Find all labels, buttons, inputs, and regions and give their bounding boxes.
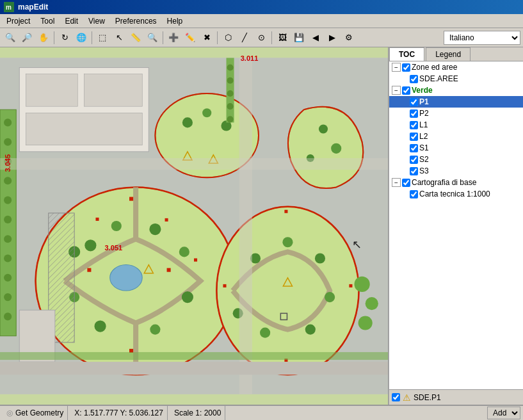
tab-legend[interactable]: Legend — [426, 47, 471, 61]
menu-help[interactable]: Help — [162, 15, 188, 27]
checkbox-carta[interactable] — [410, 190, 418, 198]
add-button[interactable]: ➕ — [166, 30, 181, 45]
tree-row-s1[interactable]: S1 — [389, 142, 523, 154]
tree-row-cartografia[interactable]: − Cartografia di base — [389, 177, 523, 188]
save-button[interactable]: 💾 — [291, 30, 307, 45]
language-select[interactable]: Italiano English Deutsch Français — [444, 31, 520, 45]
tree-row-l1[interactable]: L1 — [389, 119, 523, 131]
image-button[interactable]: 🖼 — [275, 30, 290, 45]
refresh-button[interactable]: ↻ — [57, 30, 72, 45]
map-canvas[interactable]: ↖ 3.011 3.045 3.051 — [0, 47, 389, 405]
pan-button[interactable]: ✋ — [36, 30, 51, 45]
menu-bar: Project Tool Edit View Preferences Help — [0, 14, 523, 28]
checkbox-verde[interactable] — [402, 86, 410, 95]
svg-point-19 — [4, 118, 12, 126]
line-button[interactable]: ╱ — [237, 30, 252, 45]
title-bar: m mapEdit — [0, 0, 523, 14]
toolbar-separator-1 — [54, 31, 54, 44]
menu-preferences[interactable]: Preferences — [110, 15, 162, 27]
tree-row-p1[interactable]: P1 — [389, 96, 523, 108]
checkbox-l1[interactable] — [410, 121, 418, 129]
checkbox-s2[interactable] — [410, 156, 418, 164]
delete-button[interactable]: ✖ — [199, 30, 214, 45]
expander-verde[interactable]: − — [392, 86, 401, 95]
tree-row-s2[interactable]: S2 — [389, 154, 523, 165]
pointer-button[interactable]: ↖ — [111, 30, 127, 45]
menu-project[interactable]: Project — [1, 15, 35, 27]
right-panel-status: ⚠ SDE.P1 — [389, 389, 523, 405]
tree-row-s3[interactable]: S3 — [389, 165, 523, 177]
tree-row-p2[interactable]: P2 — [389, 108, 523, 119]
warning-icon: ⚠ — [403, 392, 411, 403]
checkbox-s1[interactable] — [410, 144, 418, 152]
status-scale: Scale 1: 2000 — [170, 406, 225, 420]
svg-point-23 — [4, 197, 12, 204]
menu-edit[interactable]: Edit — [60, 15, 83, 27]
checkbox-p2[interactable] — [410, 109, 418, 118]
toolbar-separator-4 — [217, 31, 218, 44]
search-button[interactable]: 🔍 — [145, 30, 160, 45]
toc-tree[interactable]: − Zone ed aree SDE.AREE − Verde — [389, 61, 523, 389]
polygon-button[interactable]: ⬡ — [220, 30, 236, 45]
svg-rect-6 — [84, 74, 142, 106]
expander-zone[interactable]: − — [392, 63, 401, 72]
checkbox-cartografia[interactable] — [402, 179, 410, 187]
tree-row-zone[interactable]: − Zone ed aree — [389, 61, 523, 73]
svg-point-77 — [366, 297, 378, 310]
checkbox-l2[interactable] — [410, 133, 418, 141]
scale-text: Scale 1: 2000 — [174, 408, 221, 417]
checkbox-p1[interactable] — [410, 98, 418, 106]
tab-toc[interactable]: TOC — [389, 47, 424, 61]
svg-point-15 — [319, 124, 328, 133]
settings-button[interactable]: ⚙ — [341, 30, 357, 45]
svg-rect-47 — [95, 218, 99, 221]
status-geometry: ◎ Get Geometry — [3, 406, 68, 420]
tree-row-verde[interactable]: − Verde — [389, 85, 523, 96]
label-sde-aree: SDE.AREE — [419, 74, 458, 83]
label-p2: P2 — [419, 109, 429, 118]
measure-button[interactable]: 📏 — [128, 30, 143, 45]
zoom-out-button[interactable]: 🔎 — [19, 30, 35, 45]
geometry-label: Get Geometry — [15, 408, 63, 417]
svg-rect-45 — [129, 197, 133, 201]
globe-button[interactable]: 🌐 — [74, 30, 89, 45]
next-button[interactable]: ▶ — [325, 30, 340, 45]
svg-point-76 — [354, 277, 369, 292]
svg-rect-63 — [223, 284, 226, 287]
add-dropdown[interactable]: Add — [487, 407, 520, 419]
svg-point-29 — [4, 312, 12, 320]
app-title: mapEdit — [18, 3, 48, 12]
zoom-in-button[interactable]: 🔍 — [3, 30, 18, 45]
svg-rect-75 — [0, 362, 388, 375]
svg-point-34 — [149, 223, 161, 235]
checkbox-s3[interactable] — [410, 167, 418, 175]
tree-row-carta[interactable]: Carta tecnica 1:1000 — [389, 188, 523, 200]
label-l2: L2 — [419, 132, 428, 141]
status-checkbox[interactable] — [392, 393, 400, 401]
svg-rect-48 — [165, 218, 168, 222]
label-carta: Carta tecnica 1:1000 — [419, 190, 490, 198]
svg-point-33 — [111, 221, 122, 231]
point-button[interactable]: ⊙ — [253, 30, 269, 45]
app-icon: m — [4, 2, 14, 12]
select-button[interactable]: ⬚ — [95, 30, 110, 45]
expander-cartografia[interactable]: − — [392, 178, 401, 187]
tree-row-l2[interactable]: L2 — [389, 131, 523, 142]
edit2-button[interactable]: ✏️ — [182, 30, 198, 45]
menu-view[interactable]: View — [83, 15, 110, 27]
status-coordinates: X: 1.517.777 Y: 5.036.127 — [70, 406, 168, 420]
svg-point-28 — [4, 293, 12, 301]
svg-rect-65 — [284, 210, 287, 213]
checkbox-zone[interactable] — [402, 63, 410, 72]
svg-point-20 — [4, 138, 12, 146]
tree-row-sde-aree[interactable]: SDE.AREE — [389, 73, 523, 85]
checkbox-sde-aree[interactable] — [410, 75, 418, 83]
toolbar: 🔍 🔎 ✋ ↻ 🌐 ⬚ ↖ 📏 🔍 ➕ ✏️ ✖ ⬡ ╱ ⊙ 🖼 💾 ◀ ▶ ⚙… — [0, 28, 523, 47]
menu-tool[interactable]: Tool — [35, 15, 60, 27]
prev-button[interactable]: ◀ — [308, 30, 323, 45]
svg-point-41 — [110, 265, 143, 291]
status-layer-label: SDE.P1 — [414, 393, 441, 402]
svg-point-58 — [305, 325, 316, 335]
svg-point-71 — [227, 77, 234, 84]
svg-rect-68 — [0, 158, 388, 170]
